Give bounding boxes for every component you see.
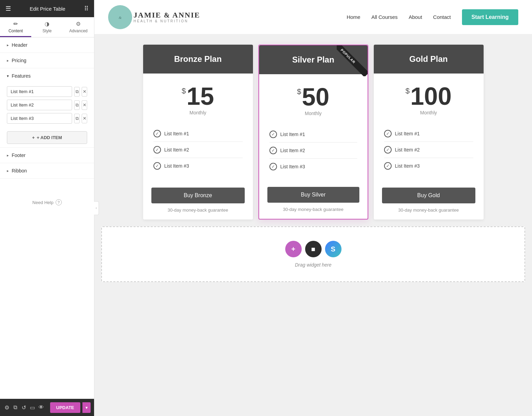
section-pricing[interactable]: ▸ Pricing xyxy=(0,53,94,68)
add-item-button[interactable]: + + ADD ITEM xyxy=(7,131,87,144)
panel-tabs: ✏ Content ◑ Style ⚙ Advanced xyxy=(0,17,94,37)
widget-square-icon[interactable]: ■ xyxy=(305,241,322,257)
silver-feature-2: ✓ List Item #2 xyxy=(269,143,357,159)
gold-card-pricing: $ 100 Monthly xyxy=(374,74,484,119)
left-panel: ☰ Edit Price Table ⠿ ✏ Content ◑ Style ⚙… xyxy=(0,0,94,416)
nav-contact[interactable]: Contact xyxy=(433,14,451,20)
panel-body: ▸ Header ▸ Pricing ▾ Features ⧉ ✕ xyxy=(0,37,94,399)
silver-feature-3: ✓ List Item #3 xyxy=(269,159,357,175)
panel-title: Edit Price Table xyxy=(30,6,66,12)
check-icon: ✓ xyxy=(384,146,392,154)
settings-icon[interactable]: ⚙ xyxy=(3,402,10,413)
nav-home[interactable]: Home xyxy=(347,14,360,20)
buy-bronze-button[interactable]: Buy Bronze xyxy=(151,188,245,203)
check-icon: ✓ xyxy=(269,131,277,138)
pricing-card-silver: Silver Plan $ 50 Monthly ✓ List Item #1 xyxy=(258,45,368,220)
silver-feature-3-text: List Item #3 xyxy=(280,164,305,169)
grid-icon[interactable]: ⠿ xyxy=(84,5,89,12)
widget-plus-icon[interactable]: + xyxy=(285,241,302,257)
bronze-card-features: ✓ List Item #1 ✓ List Item #2 ✓ List Ite… xyxy=(143,119,253,182)
gold-feature-1: ✓ List Item #1 xyxy=(384,126,473,142)
features-label: Features xyxy=(12,73,31,79)
nav-all-courses[interactable]: All Courses xyxy=(371,14,398,20)
silver-feature-1-text: List Item #1 xyxy=(280,132,305,137)
bronze-feature-2: ✓ List Item #2 xyxy=(153,142,243,158)
gold-card-features: ✓ List Item #1 ✓ List Item #2 ✓ List Ite… xyxy=(374,119,484,182)
logo-main-text: JAMIE & ANNIE xyxy=(134,11,200,19)
ribbon-label: Ribbon xyxy=(12,168,27,173)
footer-arrow-icon: ▸ xyxy=(7,153,9,158)
update-button[interactable]: UPDATE xyxy=(50,402,80,413)
bronze-card-header: Bronze Plan xyxy=(143,45,253,74)
bronze-plan-title: Bronze Plan xyxy=(174,54,222,64)
feature-item-copy-1[interactable]: ⧉ xyxy=(74,87,80,97)
silver-feature-1: ✓ List Item #1 xyxy=(269,126,357,143)
nav-about[interactable]: About xyxy=(409,14,422,20)
feature-item-row-3: ⧉ ✕ xyxy=(7,113,87,124)
features-header[interactable]: ▾ Features xyxy=(0,68,94,83)
pricing-card-bronze: Bronze Plan $ 15 Monthly ✓ List Item #1 xyxy=(143,45,253,220)
pricing-section: Bronze Plan $ 15 Monthly ✓ List Item #1 xyxy=(94,34,532,416)
logo-sub-text: HEALTH & NUTRITION xyxy=(134,19,200,23)
tab-content[interactable]: ✏ Content xyxy=(0,17,31,37)
bronze-card-pricing: $ 15 Monthly xyxy=(143,74,253,119)
ribbon-arrow-icon: ▸ xyxy=(7,169,9,173)
tab-style-label: Style xyxy=(43,29,52,33)
check-icon: ✓ xyxy=(153,130,161,137)
widget-s-icon[interactable]: S xyxy=(325,241,342,257)
section-ribbon[interactable]: ▸ Ribbon xyxy=(0,163,94,179)
help-icon[interactable]: ? xyxy=(56,199,62,205)
feature-item-copy-2[interactable]: ⧉ xyxy=(74,100,80,110)
bronze-dollar-sign: $ xyxy=(182,87,186,95)
svg-text:&: & xyxy=(119,15,122,20)
bronze-feature-3-text: List Item #3 xyxy=(164,163,189,169)
features-items-list: ⧉ ✕ ⧉ ✕ ⧉ ✕ xyxy=(0,83,94,128)
start-learning-button[interactable]: Start Learning xyxy=(462,9,518,25)
check-icon: ✓ xyxy=(269,147,277,154)
need-help: Need Help ? xyxy=(0,192,94,212)
section-header[interactable]: ▸ Header xyxy=(0,37,94,53)
pricing-label: Pricing xyxy=(12,58,26,63)
feature-item-remove-1[interactable]: ✕ xyxy=(82,87,87,97)
silver-feature-2-text: List Item #2 xyxy=(280,148,305,153)
buy-silver-button[interactable]: Buy Silver xyxy=(267,187,359,203)
gold-card-footer: Buy Gold 30-day money-back guarantee xyxy=(374,182,484,220)
history-icon[interactable]: ↺ xyxy=(21,402,27,413)
gold-price-period: Monthly xyxy=(381,110,477,115)
section-footer[interactable]: ▸ Footer xyxy=(0,148,94,163)
silver-dollar-sign: $ xyxy=(297,87,301,96)
section-features: ▾ Features ⧉ ✕ ⧉ ✕ ⧉ ✕ xyxy=(0,68,94,148)
gold-feature-2: ✓ List Item #2 xyxy=(384,142,473,158)
tab-content-label: Content xyxy=(9,29,23,33)
update-chevron-button[interactable]: ▾ xyxy=(82,402,91,413)
feature-item-remove-3[interactable]: ✕ xyxy=(82,114,87,123)
eye-icon[interactable]: 👁 xyxy=(38,402,44,413)
gold-price-number: 100 xyxy=(410,84,452,109)
tab-style[interactable]: ◑ Style xyxy=(31,17,62,37)
tab-advanced-label: Advanced xyxy=(69,29,88,33)
collapse-handle[interactable]: ‹ xyxy=(94,201,99,215)
feature-item-input-1[interactable] xyxy=(7,86,72,97)
feature-item-remove-2[interactable]: ✕ xyxy=(82,100,87,110)
tablet-icon[interactable]: ▭ xyxy=(29,402,36,413)
gold-dollar-sign: $ xyxy=(405,87,409,95)
silver-guarantee: 30-day money-back guarantee xyxy=(267,207,359,212)
nav-links: Home All Courses About Contact xyxy=(347,14,451,20)
silver-plan-title: Silver Plan xyxy=(292,55,334,64)
feature-item-copy-3[interactable]: ⧉ xyxy=(74,114,80,123)
buy-gold-button[interactable]: Buy Gold xyxy=(382,188,475,203)
empty-area xyxy=(94,282,532,316)
bronze-price-number: 15 xyxy=(187,84,214,109)
drag-widget-area: + ■ S Drag widget here xyxy=(101,226,525,282)
check-icon: ✓ xyxy=(153,162,161,170)
logo-text-block: JAMIE & ANNIE HEALTH & NUTRITION xyxy=(134,11,200,23)
feature-item-input-2[interactable] xyxy=(7,100,72,110)
features-arrow-icon: ▾ xyxy=(7,74,9,78)
tab-advanced[interactable]: ⚙ Advanced xyxy=(63,17,94,37)
hamburger-icon[interactable]: ☰ xyxy=(5,5,11,12)
gold-plan-title: Gold Plan xyxy=(409,54,448,64)
feature-item-input-3[interactable] xyxy=(7,113,72,124)
layers-icon[interactable]: ⧉ xyxy=(12,402,19,413)
feature-item-row-1: ⧉ ✕ xyxy=(7,86,87,97)
site-navbar: & JAMIE & ANNIE HEALTH & NUTRITION Home … xyxy=(94,0,532,34)
